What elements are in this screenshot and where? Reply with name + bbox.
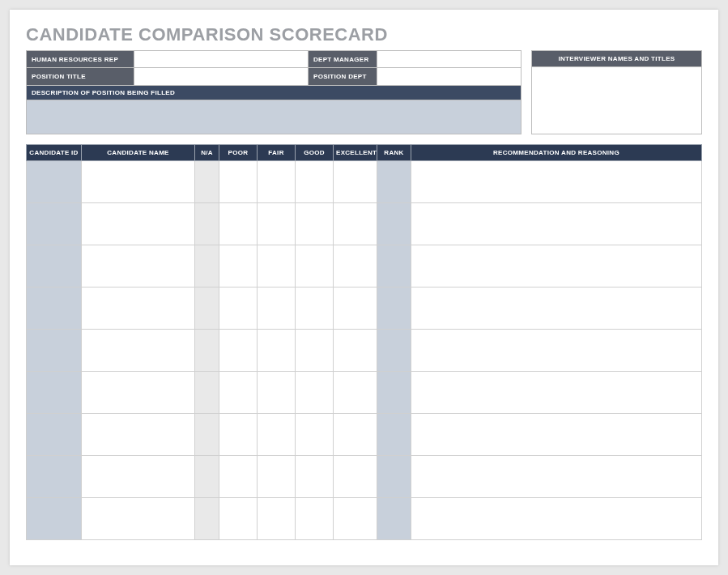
cell-good[interactable] <box>296 161 334 203</box>
cell-poor[interactable] <box>219 330 258 372</box>
cell-excellent[interactable] <box>334 288 377 330</box>
cell-fair[interactable] <box>258 203 296 245</box>
cell-good[interactable] <box>296 414 334 456</box>
cell-poor[interactable] <box>219 161 258 203</box>
cell-fair[interactable] <box>258 414 296 456</box>
cell-good[interactable] <box>296 203 334 245</box>
dept-manager-value[interactable] <box>377 51 521 67</box>
document-page: CANDIDATE COMPARISON SCORECARD HUMAN RES… <box>10 10 718 565</box>
cell-excellent[interactable] <box>334 203 377 245</box>
cell-na[interactable] <box>195 161 219 203</box>
cell-recommendation[interactable] <box>411 288 702 330</box>
cell-good[interactable] <box>296 372 334 414</box>
cell-excellent[interactable] <box>334 414 377 456</box>
cell-good[interactable] <box>296 330 334 372</box>
cell-fair[interactable] <box>258 288 296 330</box>
th-good: GOOD <box>296 145 334 161</box>
cell-id[interactable] <box>27 161 82 203</box>
cell-fair[interactable] <box>258 456 296 498</box>
cell-poor[interactable] <box>219 372 258 414</box>
cell-id[interactable] <box>27 498 82 540</box>
cell-recommendation[interactable] <box>411 498 702 540</box>
cell-name[interactable] <box>82 330 195 372</box>
cell-recommendation[interactable] <box>411 161 702 203</box>
cell-poor[interactable] <box>219 288 258 330</box>
interviewer-value[interactable] <box>531 67 702 134</box>
cell-rank[interactable] <box>377 456 411 498</box>
cell-fair[interactable] <box>258 330 296 372</box>
cell-fair[interactable] <box>258 161 296 203</box>
cell-na[interactable] <box>195 414 219 456</box>
cell-rank[interactable] <box>377 330 411 372</box>
cell-id[interactable] <box>27 330 82 372</box>
cell-na[interactable] <box>195 330 219 372</box>
cell-excellent[interactable] <box>334 372 377 414</box>
cell-fair[interactable] <box>258 245 296 288</box>
cell-poor[interactable] <box>219 456 258 498</box>
cell-id[interactable] <box>27 203 82 245</box>
cell-rank[interactable] <box>377 414 411 456</box>
cell-id[interactable] <box>27 456 82 498</box>
cell-fair[interactable] <box>258 372 296 414</box>
table-row <box>27 161 702 203</box>
cell-recommendation[interactable] <box>411 414 702 456</box>
cell-name[interactable] <box>82 414 195 456</box>
cell-name[interactable] <box>82 456 195 498</box>
cell-rank[interactable] <box>377 203 411 245</box>
cell-excellent[interactable] <box>334 330 377 372</box>
cell-recommendation[interactable] <box>411 372 702 414</box>
cell-good[interactable] <box>296 245 334 288</box>
cell-rank[interactable] <box>377 372 411 414</box>
cell-na[interactable] <box>195 498 219 540</box>
cell-name[interactable] <box>82 498 195 540</box>
cell-id[interactable] <box>27 372 82 414</box>
cell-excellent[interactable] <box>334 498 377 540</box>
hr-rep-label: HUMAN RESOURCES REP <box>27 51 134 67</box>
cell-na[interactable] <box>195 203 219 245</box>
cell-recommendation[interactable] <box>411 203 702 245</box>
cell-na[interactable] <box>195 245 219 288</box>
cell-id[interactable] <box>27 245 82 288</box>
header-section: HUMAN RESOURCES REP DEPT MANAGER POSITIO… <box>26 50 702 134</box>
cell-rank[interactable] <box>377 245 411 288</box>
cell-poor[interactable] <box>219 498 258 540</box>
cell-na[interactable] <box>195 456 219 498</box>
cell-recommendation[interactable] <box>411 245 702 288</box>
cell-name[interactable] <box>82 288 195 330</box>
cell-excellent[interactable] <box>334 456 377 498</box>
cell-rank[interactable] <box>377 288 411 330</box>
cell-good[interactable] <box>296 288 334 330</box>
cell-poor[interactable] <box>219 414 258 456</box>
cell-rank[interactable] <box>377 161 411 203</box>
cell-poor[interactable] <box>219 245 258 288</box>
scorecard-table: CANDIDATE ID CANDIDATE NAME N/A POOR FAI… <box>26 144 702 540</box>
cell-fair[interactable] <box>258 498 296 540</box>
description-label: DESCRIPTION OF POSITION BEING FILLED <box>26 86 522 100</box>
position-title-label: POSITION TITLE <box>27 68 134 85</box>
cell-recommendation[interactable] <box>411 330 702 372</box>
cell-excellent[interactable] <box>334 245 377 288</box>
cell-id[interactable] <box>27 414 82 456</box>
cell-name[interactable] <box>82 372 195 414</box>
cell-na[interactable] <box>195 288 219 330</box>
cell-good[interactable] <box>296 456 334 498</box>
cell-name[interactable] <box>82 203 195 245</box>
position-dept-value[interactable] <box>377 68 521 85</box>
cell-good[interactable] <box>296 498 334 540</box>
cell-name[interactable] <box>82 245 195 288</box>
cell-recommendation[interactable] <box>411 456 702 498</box>
cell-poor[interactable] <box>219 203 258 245</box>
cell-id[interactable] <box>27 288 82 330</box>
hr-rep-value[interactable] <box>134 51 308 67</box>
page-title: CANDIDATE COMPARISON SCORECARD <box>26 24 702 45</box>
table-row <box>27 203 702 245</box>
cell-na[interactable] <box>195 372 219 414</box>
table-row <box>27 372 702 414</box>
cell-rank[interactable] <box>377 498 411 540</box>
th-id: CANDIDATE ID <box>27 145 82 161</box>
header-row-2: POSITION TITLE POSITION DEPT <box>26 68 522 86</box>
cell-excellent[interactable] <box>334 161 377 203</box>
cell-name[interactable] <box>82 161 195 203</box>
position-title-value[interactable] <box>134 68 308 85</box>
description-value[interactable] <box>26 100 522 134</box>
